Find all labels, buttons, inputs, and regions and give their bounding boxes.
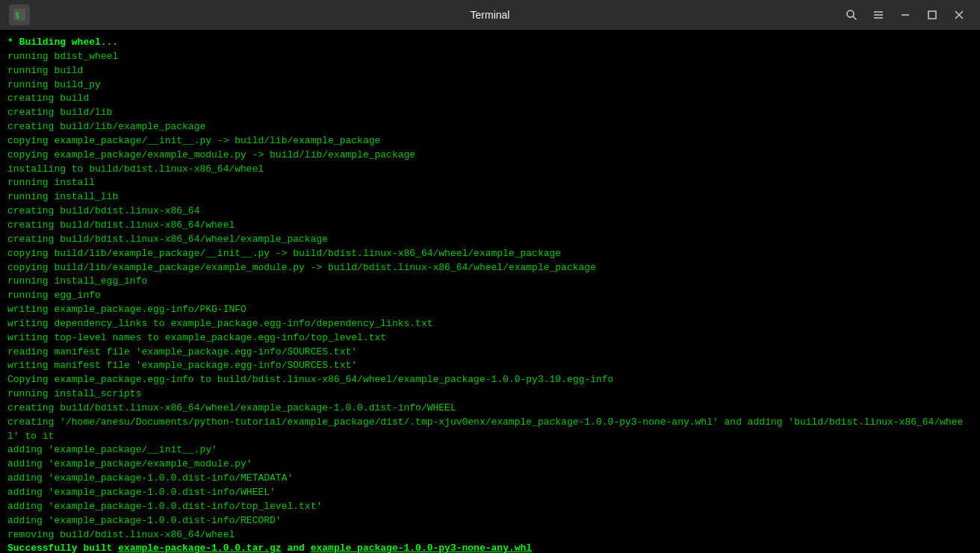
terminal-line: * Building wheel... (7, 36, 973, 50)
terminal-line: writing dependency_links to example_pack… (7, 317, 973, 331)
terminal-line: copying example_package/__init__.py -> b… (7, 134, 973, 149)
titlebar-left: $ (9, 4, 30, 25)
wheel-link[interactable]: example_package-1.0.0-py3-none-any.whl (311, 543, 532, 553)
search-button[interactable] (840, 4, 863, 25)
terminal-line: running install_lib (7, 190, 973, 204)
svg-line-3 (853, 16, 856, 19)
terminal-line: creating '/home/anesu/Documents/python-t… (7, 416, 973, 444)
terminal-line: running build (7, 64, 973, 78)
terminal-window: $ Terminal (0, 0, 980, 553)
success-line: Successfully built example-package-1.0.0… (7, 542, 973, 553)
terminal-line: adding 'example_package/__init__.py' (7, 443, 973, 457)
terminal-line: adding 'example_package-1.0.0.dist-info/… (7, 500, 973, 514)
terminal-line: creating build/bdist.linux-x86_64/wheel/… (7, 233, 973, 247)
titlebar: $ Terminal (0, 0, 980, 30)
terminal-line: removing build/bdist.linux-x86_64/wheel (7, 528, 973, 543)
terminal-line: writing manifest file 'example_package.e… (7, 359, 973, 373)
terminal-line: creating build/bdist.linux-x86_64/wheel (7, 219, 973, 233)
maximize-button[interactable] (920, 4, 944, 25)
terminal-line: installing to build/bdist.linux-x86_64/w… (7, 163, 973, 177)
terminal-line: writing top-level names to example_packa… (7, 331, 973, 346)
terminal-line: Copying example_package.egg-info to buil… (7, 373, 973, 387)
terminal-line: creating build/bdist.linux-x86_64 (7, 204, 973, 219)
terminal-line: running install (7, 176, 973, 190)
svg-text:$: $ (15, 11, 19, 19)
terminal-output[interactable]: * Building wheel...running bdist_wheelru… (0, 30, 980, 553)
terminal-line: creating build/bdist.linux-x86_64/wheel/… (7, 402, 973, 416)
window-controls (840, 4, 971, 25)
terminal-line: adding 'example_package-1.0.0.dist-info/… (7, 514, 973, 528)
terminal-line: creating build/lib/example_package (7, 120, 973, 134)
close-button[interactable] (947, 4, 971, 25)
terminal-line: copying example_package/example_module.p… (7, 149, 973, 163)
terminal-line: running bdist_wheel (7, 50, 973, 64)
window-title: Terminal (471, 9, 510, 21)
terminal-line: copying build/lib/example_package/__init… (7, 247, 973, 261)
terminal-line: running install_egg_info (7, 275, 973, 289)
tarball-link[interactable]: example-package-1.0.0.tar.gz (118, 543, 281, 553)
terminal-line: reading manifest file 'example_package.e… (7, 346, 973, 360)
terminal-line: running build_py (7, 78, 973, 93)
svg-rect-8 (928, 11, 936, 19)
terminal-line: running egg_info (7, 289, 973, 303)
menu-button[interactable] (866, 4, 890, 25)
terminal-line: copying build/lib/example_package/exampl… (7, 261, 973, 275)
terminal-line: adding 'example_package-1.0.0.dist-info/… (7, 472, 973, 486)
terminal-line: writing example_package.egg-info/PKG-INF… (7, 303, 973, 317)
terminal-line: adding 'example_package-1.0.0.dist-info/… (7, 486, 973, 500)
terminal-line: adding 'example_package/example_module.p… (7, 457, 973, 472)
terminal-line: running install_scripts (7, 387, 973, 402)
terminal-line: creating build/lib (7, 106, 973, 120)
minimize-button[interactable] (893, 4, 917, 25)
terminal-line: creating build (7, 92, 973, 106)
terminal-app-icon: $ (9, 4, 30, 25)
